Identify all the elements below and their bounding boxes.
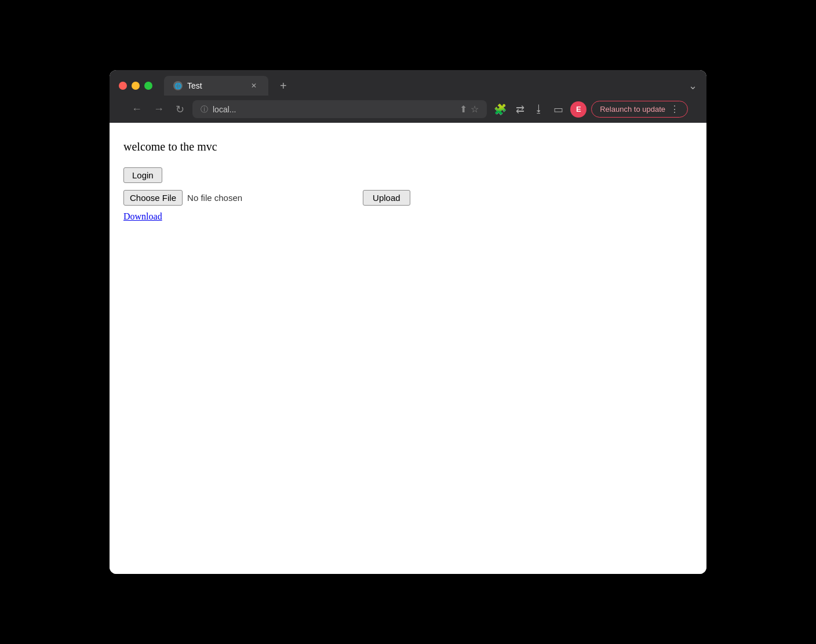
extensions-icon[interactable]: 🧩 [491,101,509,118]
file-row: Choose File No file chosen Upload [123,190,693,206]
download-row: Download [123,211,693,222]
traffic-lights [119,82,152,90]
browser-tab[interactable]: 🌐 Test ✕ [164,76,268,96]
cast-icon[interactable]: ▭ [551,101,566,118]
address-bar[interactable]: ⓘ local... ⬆ ☆ [192,100,487,118]
login-row: Login [123,167,693,190]
relaunch-menu-icon: ⋮ [670,104,679,115]
download-link[interactable]: Download [123,211,162,221]
tab-close-icon[interactable]: ✕ [249,80,259,91]
choose-file-button[interactable]: Choose File [123,190,183,206]
queue-icon[interactable]: ⇄ [513,101,527,118]
address-actions: ⬆ ☆ [460,104,479,115]
reload-button[interactable]: ↻ [172,101,188,118]
new-tab-button[interactable]: + [275,77,292,95]
welcome-heading: welcome to the mvc [123,140,693,153]
toolbar: ← → ↻ ⓘ local... ⬆ ☆ 🧩 ⇄ ⭳ ▭ E Relaunch … [119,96,697,123]
forward-button[interactable]: → [150,101,167,118]
upload-button[interactable]: Upload [363,190,410,206]
browser-window: 🌐 Test ✕ + ⌄ ← → ↻ ⓘ local... ⬆ ☆ 🧩 [110,70,706,574]
tab-row: 🌐 Test ✕ + ⌄ [119,76,697,96]
relaunch-button[interactable]: Relaunch to update ⋮ [591,101,688,118]
page-content: welcome to the mvc Login Choose File No … [110,123,706,574]
tab-menu-button[interactable]: ⌄ [688,79,697,92]
back-button[interactable]: ← [128,101,145,118]
share-icon[interactable]: ⬆ [460,104,467,115]
address-text: local... [213,105,455,114]
close-button[interactable] [119,82,127,90]
download-icon[interactable]: ⭳ [531,101,547,118]
toolbar-actions: 🧩 ⇄ ⭳ ▭ E Relaunch to update ⋮ [491,101,688,118]
security-icon: ⓘ [201,104,208,115]
tab-title: Test [187,81,244,90]
title-bar: 🌐 Test ✕ + ⌄ ← → ↻ ⓘ local... ⬆ ☆ 🧩 [110,70,706,123]
minimize-button[interactable] [132,82,140,90]
bookmark-icon[interactable]: ☆ [471,104,479,115]
relaunch-label: Relaunch to update [600,105,665,114]
no-file-label: No file chosen [187,193,242,203]
user-avatar[interactable]: E [570,101,586,118]
tab-favicon-icon: 🌐 [173,81,183,90]
login-button[interactable]: Login [123,167,162,183]
maximize-button[interactable] [144,82,152,90]
